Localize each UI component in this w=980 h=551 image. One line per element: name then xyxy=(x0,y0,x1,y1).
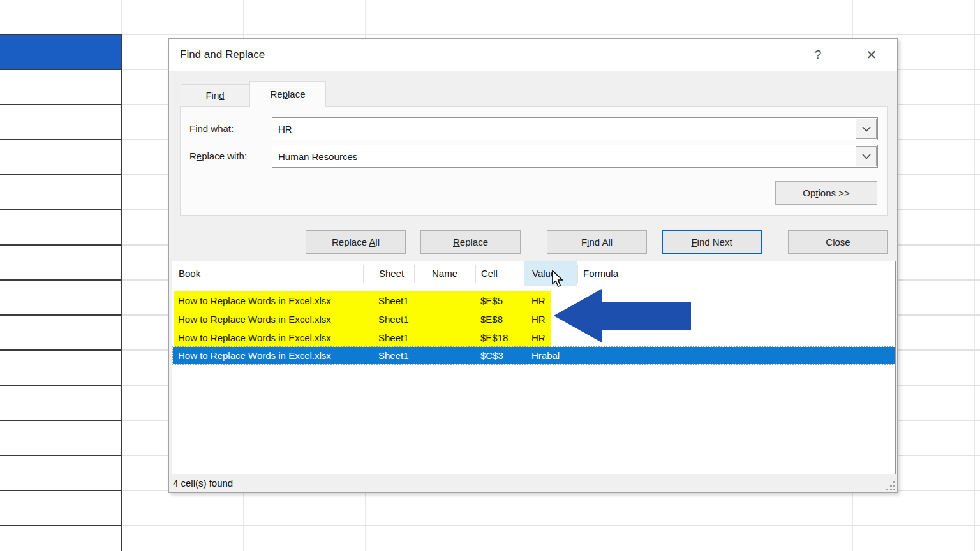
table-cell[interactable] xyxy=(0,246,121,281)
column-header-name[interactable]: Name xyxy=(432,261,457,286)
search-results-list: BookSheetNameCellValueFormula How to Rep… xyxy=(172,261,896,476)
result-row[interactable]: How to Replace Words in Excel.xlsxSheet1… xyxy=(173,310,895,328)
find-what-input[interactable] xyxy=(272,118,854,140)
chevron-down-icon xyxy=(862,126,871,132)
table-cell[interactable] xyxy=(0,386,121,421)
result-cell-value: HR xyxy=(531,291,546,310)
table-cell[interactable] xyxy=(0,351,121,386)
spreadsheet-left-table xyxy=(0,34,122,526)
table-cell[interactable] xyxy=(0,70,121,105)
result-cell-cell: $E$18 xyxy=(480,328,508,347)
result-cell-sheet: Sheet1 xyxy=(378,310,409,328)
column-separator xyxy=(414,265,415,283)
result-cell-sheet: Sheet1 xyxy=(378,328,409,347)
column-separator xyxy=(363,265,364,283)
close-icon[interactable]: ✕ xyxy=(861,45,882,64)
result-cell-sheet: Sheet1 xyxy=(378,347,409,364)
column-separator xyxy=(475,265,476,283)
dialog-statusbar: 4 cell(s) found xyxy=(169,474,897,492)
result-cell-book: How to Replace Words in Excel.xlsx xyxy=(178,347,331,364)
table-cell[interactable] xyxy=(0,105,121,140)
tab-replace[interactable]: Replace xyxy=(249,81,326,107)
replace-with-combobox xyxy=(272,145,878,168)
replace-button[interactable]: Replace xyxy=(420,230,521,254)
dialog-title: Find and Replace xyxy=(180,39,265,71)
close-button[interactable]: Close xyxy=(788,230,888,254)
table-cell[interactable] xyxy=(0,175,121,210)
result-cell-value: Hrabal xyxy=(531,347,560,364)
dialog-titlebar[interactable]: Find and Replace ? ✕ xyxy=(169,39,897,71)
find-and-replace-dialog: Find and Replace ? ✕ Find Replace Find w… xyxy=(168,38,898,493)
blue-arrow-annotation xyxy=(547,284,694,348)
result-row[interactable]: How to Replace Words in Excel.xlsxSheet1… xyxy=(173,347,895,364)
column-header-formula[interactable]: Formula xyxy=(583,261,618,286)
chevron-down-icon xyxy=(862,154,871,159)
results-header-row: BookSheetNameCellValueFormula xyxy=(172,261,895,286)
find-all-button[interactable]: Find All xyxy=(547,230,647,254)
table-cell[interactable] xyxy=(0,140,121,175)
options-button[interactable]: Options >> xyxy=(775,181,877,205)
result-cell-cell: $C$3 xyxy=(480,347,503,364)
table-cell[interactable] xyxy=(0,456,121,491)
result-cell-book: How to Replace Words in Excel.xlsx xyxy=(178,291,331,310)
table-cell[interactable] xyxy=(0,421,121,456)
column-header-value[interactable]: Value xyxy=(524,261,577,286)
result-cell-value: HR xyxy=(531,310,546,328)
table-border-tail xyxy=(121,526,122,551)
column-separator xyxy=(524,265,524,283)
result-cell-value: HR xyxy=(531,328,546,347)
column-header-book[interactable]: Book xyxy=(179,261,200,286)
column-header-cell[interactable]: Cell xyxy=(481,261,498,286)
resize-grip[interactable] xyxy=(886,481,895,490)
table-cell[interactable] xyxy=(0,210,121,246)
mouse-cursor-icon xyxy=(551,270,563,288)
find-what-combobox xyxy=(272,117,878,140)
result-cell-book: How to Replace Words in Excel.xlsx xyxy=(178,328,331,347)
result-cell-sheet: Sheet1 xyxy=(378,291,409,310)
tab-find[interactable]: Find xyxy=(181,84,249,106)
table-cell[interactable] xyxy=(0,491,121,526)
replace-all-button[interactable]: Replace All xyxy=(306,230,406,254)
table-cell[interactable] xyxy=(0,316,121,351)
result-row[interactable]: How to Replace Words in Excel.xlsxSheet1… xyxy=(173,328,895,347)
table-cell[interactable] xyxy=(0,281,121,316)
status-text: 4 cell(s) found xyxy=(173,474,233,492)
find-what-dropdown-button[interactable] xyxy=(856,119,877,139)
help-icon[interactable]: ? xyxy=(807,45,829,64)
selected-blue-cell[interactable] xyxy=(0,35,121,70)
result-row[interactable]: How to Replace Words in Excel.xlsxSheet1… xyxy=(173,291,895,310)
replace-with-label: Replace with: xyxy=(189,145,247,168)
column-separator xyxy=(577,265,578,283)
column-header-sheet[interactable]: Sheet xyxy=(379,261,404,286)
result-cell-cell: $E$8 xyxy=(480,310,503,328)
result-cell-book: How to Replace Words in Excel.xlsx xyxy=(178,310,331,328)
find-what-label: Find what: xyxy=(189,117,234,140)
replace-with-input[interactable] xyxy=(272,145,854,167)
find-next-button[interactable]: Find Next xyxy=(662,230,762,254)
replace-with-dropdown-button[interactable] xyxy=(856,146,877,166)
result-cell-cell: $E$5 xyxy=(480,291,503,310)
